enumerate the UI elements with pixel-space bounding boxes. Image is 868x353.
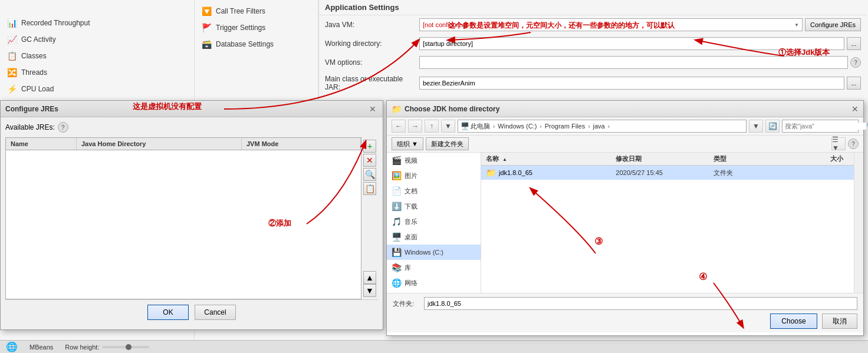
configure-jres-dialog: Configure JREs ✕ Available JREs: ? Name … [0,100,383,330]
vm-options-help-icon[interactable]: ? [850,57,861,68]
nav-back-button[interactable]: ← [392,120,406,133]
ide-left-menu: 📊 Recorded Throughput 📈 GC Activity 📋 Cl… [0,12,195,97]
sidebar-item-network[interactable]: 🌐 网络 [387,275,481,291]
main-class-label: Main class or executable JAR: [325,75,419,91]
jdk-footer: 文件夹: Choose 取消 [387,293,863,332]
address-bar[interactable]: 🖥️ 此电脑 › Windows (C:) › Program Files › … [458,120,747,133]
slider-thumb [126,344,131,350]
file-name-cell: 📁 jdk1.8.0_65 [486,168,616,177]
sidebar-label-windows-c: Windows (C:) [405,249,443,256]
desktop-icon: 🖥️ [392,232,402,242]
refresh-button[interactable]: 🔄 [765,120,780,133]
jdk-second-toolbar: 组织 ▼ 新建文件夹 ☰ ▼ ? [387,136,863,153]
choose-button[interactable]: Choose [770,314,817,329]
menu-item-gc-activity[interactable]: 📈 GC Activity [0,31,195,48]
configure-jres-ok-button[interactable]: OK [147,305,189,320]
menu-item-cpu-load[interactable]: ⚡ CPU Load [0,81,195,97]
jre-scroll-up-button[interactable]: ▲ [363,271,376,284]
app-settings-title: Application Settings [319,0,867,15]
status-bar: 🌐 MBeans Row height: [0,340,868,353]
jdk-filename-row: 文件夹: [393,297,857,310]
jre-copy-button[interactable]: 📋 [363,182,376,195]
folder-icon: 📁 [486,168,496,177]
main-class-browse-button[interactable]: ... [847,77,861,90]
sidebar-label-library: 库 [405,263,411,272]
menu-item-threads[interactable]: 🔀 Threads [0,64,195,81]
jdk-scrollbar[interactable] [854,153,863,293]
menu-item-recorded-throughput[interactable]: 📊 Recorded Throughput [0,15,195,31]
sort-arrow-icon: ▲ [502,157,507,162]
sidebar-item-library[interactable]: 📚 库 [387,260,481,275]
jre-add-button[interactable]: + [363,140,376,153]
sidebar-item-pictures[interactable]: 🖼️ 图片 [387,168,481,183]
menu-item-trigger-settings[interactable]: 🚩 Trigger Settings [195,19,318,36]
address-segment-pc: 🖥️ 此电脑 [461,122,490,131]
jre-col-name: Name [6,138,77,150]
jre-help-icon[interactable]: ? [58,122,68,133]
java-vm-label: Java VM: [325,21,419,29]
configure-jres-cancel-button[interactable]: Cancel [195,305,236,320]
jdk-body: 🎬 视频 🖼️ 图片 📄 文档 ⬇️ 下载 🎵 音乐 🖥️ 桌面 [387,153,863,293]
jdk-help-icon[interactable]: ? [848,138,859,149]
sidebar-item-desktop[interactable]: 🖥️ 桌面 [387,229,481,245]
music-icon: 🎵 [392,217,402,226]
sidebar-item-music[interactable]: 🎵 音乐 [387,214,481,229]
network-icon: 🌐 [392,278,402,288]
call-tree-icon: 🔽 [200,6,212,16]
address-arrow-3: › [588,123,590,130]
nav-up-button[interactable]: ↑ [425,120,439,133]
pictures-icon: 🖼️ [392,171,402,180]
search-input[interactable] [785,123,866,130]
file-name-label: jdk1.8.0_65 [499,169,532,176]
choose-jdk-close-button[interactable]: ✕ [851,104,859,114]
file-date-cell: 2020/5/27 15:45 [616,169,713,176]
configure-jres-close-button[interactable]: ✕ [367,104,378,114]
menu-item-database-settings[interactable]: 🗃️ Database Settings [195,36,318,52]
jre-table-wrapper: Name Java Home Directory JVM Mode + ✕ 🔍 … [5,137,378,299]
configure-jres-footer: OK Cancel [5,299,378,325]
file-row-jdk[interactable]: 📁 jdk1.8.0_65 2020/5/27 15:45 文件夹 [481,166,854,180]
configure-jres-button[interactable]: Configure JREs [805,18,861,31]
search-box[interactable]: 🔍 [782,120,859,133]
working-dir-input[interactable] [419,37,844,50]
menu-item-call-tree-filters[interactable]: 🔽 Call Tree Filters [195,3,318,19]
file-col-header-date[interactable]: 修改日期 [616,154,713,163]
working-dir-row: Working directory: ... [319,34,867,53]
organize-button[interactable]: 组织 ▼ [392,137,423,150]
working-dir-browse-button[interactable]: ... [847,37,861,50]
vm-options-value: ? [419,56,861,69]
jdk-cancel-button[interactable]: 取消 [822,314,857,329]
vm-options-row: VM options: ? [319,53,867,72]
view-toggle-button[interactable]: ☰ ▼ [831,137,846,150]
address-segment-java: java [593,123,605,130]
file-col-header-size[interactable]: 大小 [778,154,849,163]
nav-forward-button[interactable]: → [408,120,422,133]
sidebar-item-downloads[interactable]: ⬇️ 下载 [387,199,481,214]
filename-input[interactable] [424,297,857,310]
row-height-slider[interactable] [102,346,149,348]
new-folder-button[interactable]: 新建文件夹 [426,137,469,150]
vm-options-input[interactable] [419,56,848,69]
menu-label-trigger: Trigger Settings [216,24,265,32]
sidebar-item-video[interactable]: 🎬 视频 [387,153,481,168]
sidebar-label-network: 网络 [405,279,417,288]
jdk-nav-toolbar: ← → ↑ ▼ 🖥️ 此电脑 › Windows (C:) › Program … [387,117,863,136]
file-col-header-name[interactable]: 名称 ▲ [486,154,616,163]
jre-scroll-down-button[interactable]: ▼ [363,284,376,297]
address-dropdown-button[interactable]: ▼ [749,120,763,133]
nav-recent-button[interactable]: ▼ [441,120,455,133]
address-arrow-4: › [608,123,610,130]
working-dir-label: Working directory: [325,39,419,48]
jre-remove-button[interactable]: ✕ [363,154,376,167]
file-col-header-type[interactable]: 类型 [714,154,778,163]
sidebar-item-documents[interactable]: 📄 文档 [387,183,481,199]
database-icon: 🗃️ [200,39,212,49]
app-settings-panel: Application Settings Java VM: [not confi… [318,0,867,106]
documents-icon: 📄 [392,186,402,196]
sidebar-item-windows-c[interactable]: 💾 Windows (C:) [387,245,481,260]
java-vm-combo[interactable]: [not configured] ▼ [419,18,803,31]
menu-item-classes[interactable]: 📋 Classes [0,48,195,64]
jre-search-button[interactable]: 🔍 [363,168,376,181]
trigger-icon: 🚩 [200,23,212,32]
main-class-input[interactable] [419,77,844,90]
